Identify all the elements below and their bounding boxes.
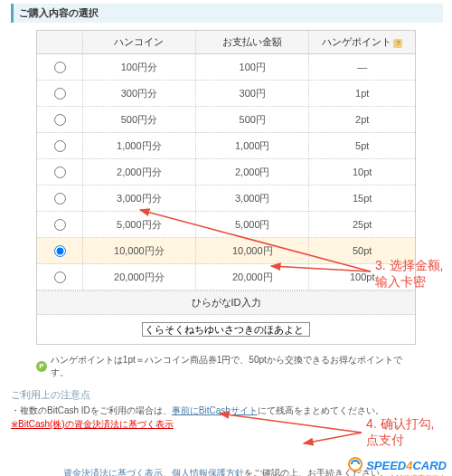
coin-cell: 300円分 <box>82 81 195 107</box>
hiragana-id-input[interactable] <box>142 322 310 337</box>
coin-icon: P <box>36 361 47 372</box>
table-row[interactable]: 20,000円分20,000円100pt <box>37 264 415 290</box>
section-title: ご購入内容の選択 <box>11 4 443 23</box>
table-row[interactable]: 2,000円分2,000円10pt <box>37 159 415 186</box>
coin-cell: 2,000円分 <box>82 159 195 186</box>
pay-cell: 2,000円 <box>196 159 309 186</box>
col-pt: ハンゲポイント? <box>309 31 415 54</box>
pt-cell: 1pt <box>309 81 415 107</box>
purchase-table: ハンコイン お支払い金額 ハンゲポイント? 100円分100円—300円分300… <box>36 30 416 290</box>
table-row[interactable]: 500円分500円2pt <box>37 107 415 133</box>
pt-cell: 5pt <box>309 133 415 159</box>
pt-cell: 10pt <box>309 159 415 186</box>
pay-cell: 500円 <box>196 107 309 133</box>
col-coin: ハンコイン <box>82 31 195 54</box>
table-row[interactable]: 3,000円分3,000円15pt <box>37 186 415 212</box>
amount-radio[interactable] <box>54 219 66 231</box>
table-row[interactable]: 300円分300円1pt <box>37 81 415 107</box>
coin-cell: 5,000円分 <box>82 212 195 238</box>
usage-notes: ・複数のBitCash IDをご利用の場合は、事前にBitCashサイトにて残高… <box>11 404 441 431</box>
pt-cell: 2pt <box>309 107 415 133</box>
coin-cell: 20,000円分 <box>82 264 195 290</box>
pt-cell: 15pt <box>309 186 415 212</box>
pt-cell: 50pt <box>309 238 415 264</box>
pay-cell: 3,000円 <box>196 186 309 212</box>
amount-radio[interactable] <box>54 88 66 100</box>
amount-radio[interactable] <box>54 193 66 205</box>
table-row[interactable]: 100円分100円— <box>37 54 415 81</box>
amount-radio[interactable] <box>54 140 66 152</box>
help-icon[interactable]: ? <box>393 39 402 48</box>
point-note: P ハンゲポイントは1pt＝ハンコイン商品券1円で、50ptから交換できるお得な… <box>36 354 416 379</box>
table-row[interactable]: 10,000円分10,000円50pt <box>37 238 415 264</box>
coin-cell: 10,000円分 <box>82 238 195 264</box>
amount-radio[interactable] <box>54 167 66 178</box>
pay-cell: 300円 <box>196 81 309 107</box>
coin-cell: 500円分 <box>82 107 195 133</box>
pt-cell: 25pt <box>309 212 415 238</box>
privacy-link[interactable]: 個人情報保護方針 <box>172 468 244 476</box>
coin-cell: 3,000円分 <box>82 186 195 212</box>
funds-law-link[interactable]: ※BitCash(株)の資金決済法に基づく表示 <box>11 419 174 429</box>
amount-radio[interactable] <box>54 114 66 126</box>
svg-line-3 <box>304 433 362 443</box>
table-row[interactable]: 1,000円分1,000円5pt <box>37 133 415 159</box>
amount-radio[interactable] <box>54 271 66 283</box>
speed4card-logo: SPEED4CARD <box>347 456 447 472</box>
pay-cell: 1,000円 <box>196 133 309 159</box>
pt-cell: 100pt <box>309 264 415 290</box>
col-pay: お支払い金額 <box>196 31 309 54</box>
coin-cell: 100円分 <box>82 54 195 81</box>
pay-cell: 100円 <box>196 54 309 81</box>
funds-law-link2[interactable]: 資金決済法に基づく表示 <box>63 468 163 476</box>
hiragana-id-header: ひらがなID入力 <box>37 291 415 315</box>
pay-cell: 20,000円 <box>196 264 309 290</box>
col-radio <box>37 31 82 54</box>
table-row[interactable]: 5,000円分5,000円25pt <box>37 212 415 238</box>
usage-title: ご利用上の注意点 <box>11 388 441 402</box>
coin-cell: 1,000円分 <box>82 133 195 159</box>
pt-cell: — <box>309 54 415 81</box>
pay-cell: 10,000円 <box>196 238 309 264</box>
hiragana-id-section: ひらがなID入力 <box>36 290 416 345</box>
amount-radio[interactable] <box>54 245 66 257</box>
bitcash-link[interactable]: 事前にBitCashサイト <box>172 405 258 415</box>
amount-radio[interactable] <box>54 62 66 73</box>
pay-cell: 5,000円 <box>196 212 309 238</box>
